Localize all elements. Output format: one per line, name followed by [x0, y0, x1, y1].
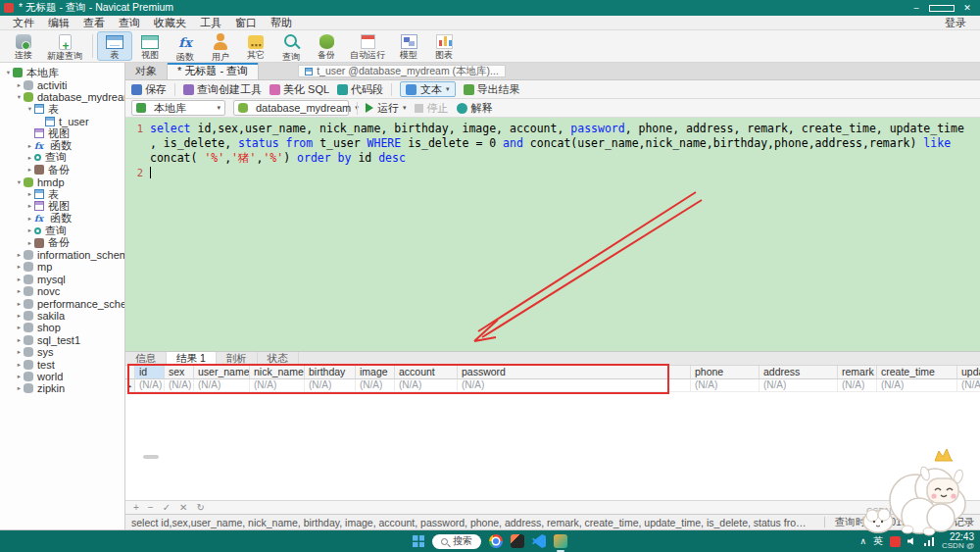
tree-item[interactable]: ▸activiti	[0, 78, 124, 90]
caret-icon[interactable]: ▸	[15, 384, 24, 392]
caret-icon[interactable]: ▸	[15, 263, 24, 271]
database-select[interactable]: database_mydream ▾	[233, 100, 349, 116]
code-snippet-button[interactable]: 代码段	[337, 82, 383, 97]
results-tab-2[interactable]: 剖析	[217, 352, 258, 365]
refresh-button[interactable]: ↻	[196, 502, 204, 513]
input-language-indicator[interactable]: 英	[873, 534, 883, 548]
explain-button[interactable]: 解释	[457, 101, 493, 116]
caret-icon[interactable]: ▸	[15, 348, 24, 356]
taskbar-app-chrome[interactable]	[489, 534, 503, 548]
menu-item-6[interactable]: 窗口	[228, 16, 264, 30]
column-header[interactable]: phone	[691, 366, 760, 379]
results-tab-1[interactable]: 结果 1	[167, 352, 217, 365]
view-mode-select[interactable]: 文本▾	[400, 81, 456, 97]
column-header[interactable]: password	[458, 366, 691, 379]
toolbar-button-view[interactable]: 视图	[132, 31, 168, 61]
tree-item[interactable]: ▸shop	[0, 322, 124, 333]
tree-item[interactable]: ▸mp	[0, 261, 124, 273]
tree-item[interactable]: ▸mysql	[0, 274, 124, 285]
splitter-handle[interactable]	[143, 455, 159, 459]
login-button[interactable]: 登录	[937, 16, 974, 30]
table-cell[interactable]: (N/A)	[135, 379, 165, 392]
table-cell[interactable]: (N/A)	[838, 379, 877, 392]
caret-icon[interactable]: ▸	[25, 239, 34, 247]
caret-icon[interactable]: ▸	[25, 226, 34, 234]
tree-item[interactable]: ▸sys	[0, 346, 124, 358]
caret-icon[interactable]: ▸	[15, 287, 24, 295]
caret-icon[interactable]: ▸	[25, 202, 34, 210]
caret-icon[interactable]: ▸	[15, 251, 24, 259]
taskbar-app-vscode[interactable]	[532, 534, 546, 548]
tree-item[interactable]: ▾database_mydream	[0, 91, 124, 103]
menu-item-5[interactable]: 工具	[193, 16, 228, 30]
toolbar-button-table[interactable]: 表	[97, 31, 132, 61]
caret-icon[interactable]: ▸	[15, 81, 24, 89]
tree-item[interactable]: ▸performance_schema	[0, 297, 124, 309]
taskbar-app-ide[interactable]	[511, 534, 524, 548]
minimize-button[interactable]: –	[904, 0, 929, 16]
table-cell[interactable]: (N/A)	[194, 379, 250, 392]
tree-item[interactable]: ▸zipkin	[0, 382, 124, 394]
connection-select[interactable]: 本地库 ▾	[131, 100, 225, 116]
caret-icon[interactable]: ▸	[25, 190, 34, 198]
tree-item[interactable]: ▾本地库	[0, 67, 124, 78]
close-button[interactable]: ✕	[955, 0, 980, 16]
table-cell[interactable]: (N/A)	[165, 379, 194, 392]
table-cell[interactable]: (N/A)	[395, 379, 458, 392]
windows-start-icon[interactable]	[413, 535, 424, 547]
caret-icon[interactable]: ▸	[15, 324, 24, 331]
menu-item-4[interactable]: 收藏夹	[147, 16, 193, 30]
caret-icon[interactable]: ▸	[25, 142, 34, 150]
taskbar-app-navicat[interactable]	[554, 534, 567, 548]
tree-item[interactable]: ▸world	[0, 371, 124, 382]
apply-changes-button[interactable]: ✓	[163, 502, 171, 513]
column-header[interactable]: create_time	[877, 366, 957, 379]
table-cell[interactable]: (N/A)	[691, 379, 760, 392]
tree-item[interactable]: ▸备份	[0, 164, 124, 176]
toolbar-button-function[interactable]: 函数	[168, 31, 203, 61]
caret-icon[interactable]: ▾	[15, 178, 24, 186]
table-cell[interactable]: (N/A)	[250, 379, 305, 392]
column-header[interactable]: account	[395, 366, 458, 379]
menu-item-1[interactable]: 编辑	[41, 16, 76, 30]
toolbar-button-model[interactable]: 模型	[391, 31, 426, 61]
caret-icon[interactable]: ▸	[25, 154, 34, 162]
menu-item-2[interactable]: 查看	[76, 16, 112, 30]
discard-changes-button[interactable]: ✕	[179, 502, 187, 513]
caret-icon[interactable]: ▸	[15, 312, 24, 320]
add-record-button[interactable]: +	[133, 502, 139, 513]
table-cell[interactable]: (N/A)	[356, 379, 395, 392]
tab-query[interactable]: * 无标题 - 查询	[168, 63, 259, 79]
tree-item[interactable]: ▾表	[0, 103, 124, 115]
toolbar-button-backup[interactable]: 备份	[309, 31, 344, 61]
caret-icon[interactable]: ▸	[15, 276, 24, 283]
tree-item[interactable]: ▸sql_test1	[0, 334, 124, 346]
beautify-sql-button[interactable]: 美化 SQL	[270, 82, 329, 97]
network-icon[interactable]	[924, 537, 935, 546]
maximize-button[interactable]	[929, 0, 955, 16]
column-header[interactable]: user_name	[194, 366, 250, 379]
toolbar-button-user[interactable]: 用户	[203, 31, 238, 61]
tree-item[interactable]: ▸sakila	[0, 310, 124, 322]
column-header[interactable]: birthday	[305, 366, 356, 379]
results-tab-0[interactable]: 信息	[125, 352, 167, 365]
column-header[interactable]: address	[760, 366, 838, 379]
tree-item[interactable]: ▾hmdp	[0, 176, 124, 188]
volume-icon[interactable]	[907, 537, 917, 546]
menu-item-3[interactable]: 查询	[112, 16, 147, 30]
table-cell[interactable]: (N/A)	[877, 379, 957, 392]
menu-item-7[interactable]: 帮助	[264, 16, 299, 30]
column-header[interactable]: image	[356, 366, 395, 379]
toolbar-button-connection[interactable]: 连接	[6, 31, 41, 61]
toolbar-button-query[interactable]: 查询	[273, 31, 309, 61]
caret-icon[interactable]: ▾	[25, 105, 34, 113]
menu-item-0[interactable]: 文件	[6, 16, 41, 30]
export-results-button[interactable]: 导出结果	[464, 82, 520, 97]
tree-item[interactable]: ▸备份	[0, 236, 124, 248]
column-header[interactable]: remark	[838, 366, 877, 379]
toolbar-button-automation[interactable]: 自动运行	[344, 31, 391, 61]
table-cell[interactable]: (N/A)	[760, 379, 838, 392]
caret-icon[interactable]: ▸	[15, 300, 24, 308]
tray-expand-icon[interactable]: ∧	[859, 536, 866, 546]
toolbar-button-new-query[interactable]: 新建查询	[41, 31, 88, 61]
